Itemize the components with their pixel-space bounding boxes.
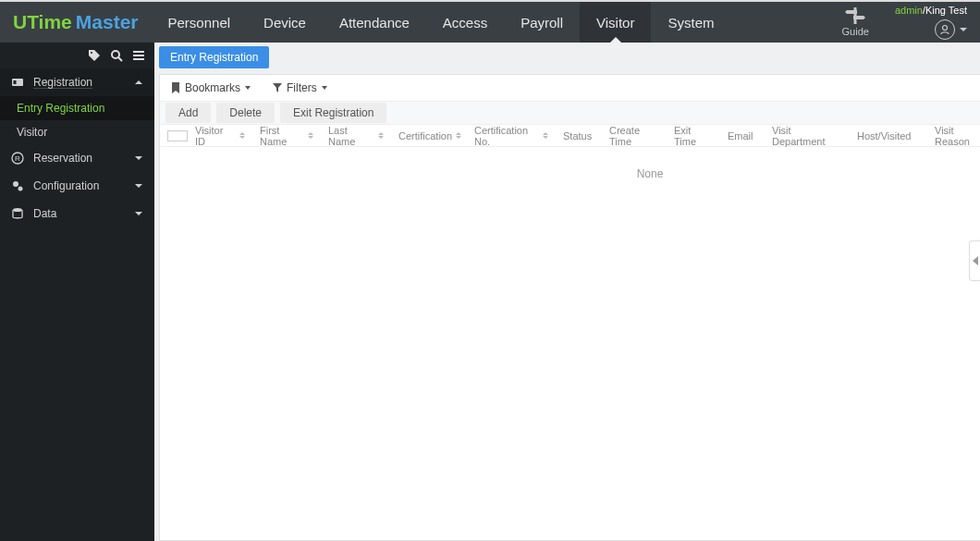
list-icon[interactable] xyxy=(132,49,145,62)
toolbar: Bookmarks Filters xyxy=(160,75,980,101)
side-panel-handle[interactable] xyxy=(969,240,980,281)
svg-marker-12 xyxy=(135,80,142,84)
col-status[interactable]: Status xyxy=(556,130,602,141)
col-certification-no[interactable]: Certification No. xyxy=(467,125,556,147)
nav-system[interactable]: System xyxy=(651,2,730,43)
tab-entry-registration[interactable]: Entry Registration xyxy=(159,46,269,68)
bookmark-icon xyxy=(171,82,180,93)
col-last-name[interactable]: Last Name xyxy=(321,125,391,147)
chevron-left-icon xyxy=(973,256,978,265)
sidebar-label: Registration xyxy=(33,76,92,89)
svg-rect-8 xyxy=(133,55,144,56)
sidebar-item-configuration[interactable]: Configuration xyxy=(0,172,154,200)
user-block: admin/King Test xyxy=(895,5,967,40)
col-first-name[interactable]: First Name xyxy=(252,125,321,147)
svg-marker-15 xyxy=(135,156,142,160)
sidebar-item-reservation[interactable]: R Reservation xyxy=(0,144,154,172)
header-right: Guide admin/King Test xyxy=(842,2,980,43)
col-create-time[interactable]: Create Time xyxy=(602,125,667,147)
id-card-icon xyxy=(11,76,24,89)
bookmarks-dropdown[interactable]: Bookmarks xyxy=(171,81,251,94)
svg-marker-2 xyxy=(853,16,865,19)
table-empty: None xyxy=(160,147,980,180)
svg-point-5 xyxy=(112,51,119,58)
chevron-up-icon xyxy=(134,78,143,87)
col-certification[interactable]: Certification xyxy=(391,130,467,141)
nav-payroll[interactable]: Payroll xyxy=(504,2,580,43)
svg-point-4 xyxy=(91,52,92,54)
filters-dropdown[interactable]: Filters xyxy=(273,81,327,94)
nav-access[interactable]: Access xyxy=(426,2,504,43)
col-host-visited[interactable]: Host/Visited xyxy=(850,130,927,141)
exit-registration-button[interactable]: Exit Registration xyxy=(280,103,386,123)
svg-marker-18 xyxy=(135,184,142,188)
select-all-checkbox[interactable] xyxy=(167,130,188,141)
gears-icon xyxy=(11,179,24,192)
filter-icon xyxy=(273,83,282,92)
svg-marker-1 xyxy=(845,10,857,14)
chevron-down-icon xyxy=(134,209,143,218)
sidebar-item-registration[interactable]: Registration xyxy=(0,68,154,96)
add-button[interactable]: Add xyxy=(165,103,211,123)
database-icon xyxy=(11,207,24,220)
caret-down-icon xyxy=(245,86,251,90)
search-icon[interactable] xyxy=(110,49,123,62)
nav-device[interactable]: Device xyxy=(247,2,323,43)
app-logo[interactable]: UTime Master xyxy=(0,11,152,33)
user-menu[interactable] xyxy=(935,19,967,40)
logo-part1: UTime xyxy=(13,11,72,33)
chevron-down-icon xyxy=(960,28,967,31)
sidebar: Registration Entry Registration Visitor … xyxy=(0,43,154,541)
svg-point-16 xyxy=(13,181,18,187)
col-visit-reason[interactable]: Visit Reason xyxy=(927,125,980,147)
svg-line-6 xyxy=(118,57,122,61)
svg-rect-7 xyxy=(133,51,144,53)
svg-marker-31 xyxy=(973,256,978,265)
table-wrap: Visitor ID First Name Last Name Certific… xyxy=(160,125,980,540)
chevron-down-icon xyxy=(134,181,143,191)
sidebar-item-data[interactable]: Data xyxy=(0,200,154,227)
filters-label: Filters xyxy=(287,81,317,94)
sidebar-sub-visitor[interactable]: Visitor xyxy=(0,120,154,144)
svg-text:R: R xyxy=(15,154,20,163)
sidebar-label: Data xyxy=(33,207,56,220)
signpost-icon xyxy=(845,7,865,24)
body-row: Registration Entry Registration Visitor … xyxy=(0,43,980,541)
svg-point-19 xyxy=(13,208,22,212)
sort-icon xyxy=(543,132,548,139)
avatar-icon xyxy=(935,19,955,40)
logo-part2: Master xyxy=(76,11,139,33)
col-exit-time[interactable]: Exit Time xyxy=(667,125,720,147)
tag-icon[interactable] xyxy=(88,49,101,62)
actions-row: Add Delete Exit Registration xyxy=(160,101,980,125)
sidebar-label: Reservation xyxy=(33,152,92,165)
guide-button[interactable]: Guide xyxy=(842,7,869,37)
chevron-down-icon xyxy=(134,154,143,163)
sort-icon xyxy=(378,132,384,139)
sort-icon xyxy=(308,132,313,139)
sort-icon xyxy=(239,132,245,139)
bookmarks-label: Bookmarks xyxy=(185,81,240,94)
svg-marker-20 xyxy=(135,212,142,215)
nav-attendance[interactable]: Attendance xyxy=(323,2,426,43)
nav-visitor[interactable]: Visitor xyxy=(580,2,651,43)
content-panel: Bookmarks Filters Add Delete Exit Regist… xyxy=(159,74,980,541)
col-visitor-id[interactable]: Visitor ID xyxy=(188,125,252,147)
sidebar-tools xyxy=(0,43,154,68)
delete-button[interactable]: Delete xyxy=(216,103,275,123)
col-email[interactable]: Email xyxy=(720,130,765,141)
main-area: Entry Registration Bookmarks Filters Add… xyxy=(159,46,980,541)
table-header: Visitor ID First Name Last Name Certific… xyxy=(160,125,980,147)
sidebar-label: Configuration xyxy=(33,179,99,192)
svg-point-3 xyxy=(943,26,948,31)
nav-personnel[interactable]: Personnel xyxy=(152,2,248,43)
sort-icon xyxy=(456,132,461,139)
header-bar: UTime Master Personnel Device Attendance… xyxy=(0,2,980,43)
user-king: King Test xyxy=(925,5,967,16)
sidebar-sub-entry-registration[interactable]: Entry Registration xyxy=(0,96,154,120)
registered-icon: R xyxy=(11,152,24,165)
col-visit-department[interactable]: Visit Department xyxy=(765,125,850,147)
user-admin: admin xyxy=(895,5,923,16)
svg-rect-9 xyxy=(133,58,144,60)
tab-bar: Entry Registration xyxy=(159,46,980,70)
